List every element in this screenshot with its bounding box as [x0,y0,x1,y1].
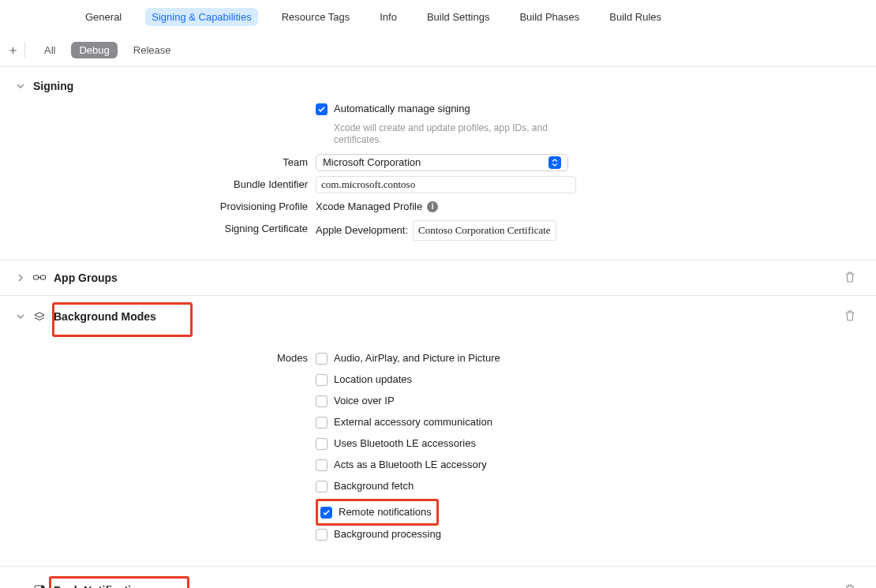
delete-background-modes-button[interactable] [844,309,855,324]
svg-rect-1 [41,275,46,279]
push-notifications-icon [33,584,46,588]
background-modes-title: Background Modes [54,310,156,323]
tab-signing-capabilities[interactable]: Signing & Capabilities [145,8,257,26]
provisioning-value: Xcode Managed Profile [316,198,422,215]
delete-app-groups-button[interactable] [844,271,855,286]
mode-label: Background processing [334,526,441,543]
certificate-value: Contoso Corporation Certificate [413,220,556,241]
chevron-right-icon[interactable] [16,273,25,283]
team-select[interactable]: Microsoft Corporation [316,154,568,171]
tab-build-phases[interactable]: Build Phases [513,8,586,26]
mode-label: Voice over IP [334,392,395,410]
modes-label: Modes [16,350,316,367]
certificate-prefix: Apple Development: [316,222,408,239]
svg-rect-0 [34,275,39,279]
tab-build-settings[interactable]: Build Settings [421,8,496,26]
section-signing: Signing Automatically manage signing Xco… [0,67,876,260]
mode-label: Acts as a Bluetooth LE accessory [334,456,487,474]
mode-label: Background fetch [334,478,414,495]
info-icon[interactable]: i [427,201,438,212]
auto-manage-signing-checkbox[interactable] [316,103,328,115]
mode-label: Uses Bluetooth LE accessories [334,435,476,452]
tab-info[interactable]: Info [373,8,403,26]
tab-build-rules[interactable]: Build Rules [603,8,668,26]
push-notifications-title: Push Notifications [54,584,151,588]
bundle-id-label: Bundle Identifier [16,176,316,193]
app-groups-icon [33,272,46,284]
mode-checkbox[interactable] [316,417,328,429]
mode-checkbox[interactable] [316,438,328,450]
mode-label: Location updates [334,371,412,388]
team-label: Team [16,154,316,171]
select-stepper-icon [548,156,561,169]
team-value: Microsoft Corporation [323,154,421,171]
capability-filter-row: All Debug Release [0,32,876,67]
certificate-label: Signing Certificate [16,220,316,238]
mode-checkbox[interactable] [316,395,328,407]
add-capability-button[interactable] [9,43,25,58]
auto-manage-signing-label: Automatically manage signing [334,100,470,118]
mode-label: Remote notifications [339,504,432,521]
annotation-highlight: Remote notifications [316,499,439,526]
auto-manage-signing-hint: Xcode will create and update profiles, a… [316,122,560,146]
editor-tabs: General Signing & Capabilities Resource … [0,0,876,32]
delete-push-notifications-button[interactable] [844,583,855,589]
tab-general[interactable]: General [79,8,128,26]
filter-release[interactable]: Release [125,42,179,58]
signing-title: Signing [33,80,73,92]
mode-checkbox[interactable] [316,481,328,492]
app-groups-title: App Groups [54,272,118,284]
mode-checkbox[interactable] [316,529,328,541]
provisioning-label: Provisioning Profile [16,198,316,215]
filter-debug[interactable]: Debug [71,42,117,58]
mode-checkbox[interactable] [316,353,328,365]
mode-checkbox[interactable] [316,459,328,471]
chevron-down-icon[interactable] [16,312,25,321]
mode-label: External accessory communication [334,414,492,431]
mode-checkbox[interactable] [320,507,332,519]
filter-all[interactable]: All [36,42,63,58]
background-modes-icon [33,310,46,323]
chevron-down-icon[interactable] [16,81,25,91]
bundle-id-input[interactable]: com.microsoft.contoso [316,176,576,193]
tab-resource-tags[interactable]: Resource Tags [275,8,356,26]
mode-label: Audio, AirPlay, and Picture in Picture [334,350,500,367]
mode-checkbox[interactable] [316,374,328,386]
